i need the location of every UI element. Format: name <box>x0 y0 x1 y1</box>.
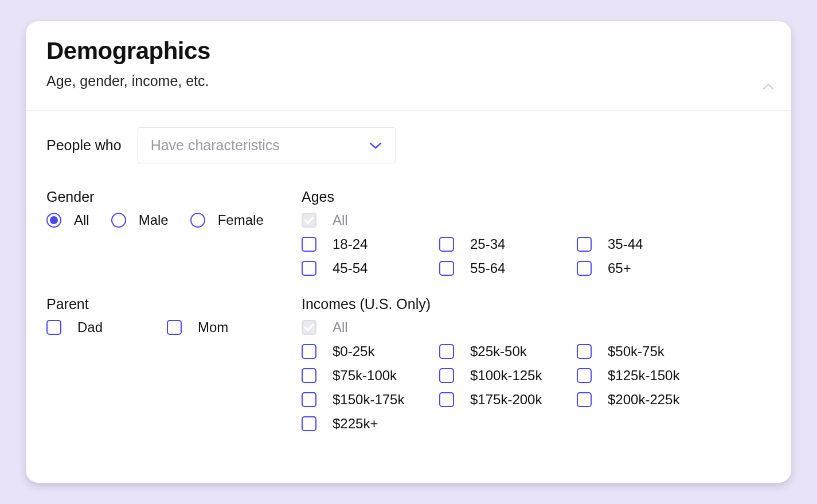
ages-item: 45-54 <box>302 260 439 276</box>
incomes-checkbox[interactable] <box>302 416 316 431</box>
select-placeholder: Have characteristics <box>151 137 280 154</box>
card-body: People who Have characteristics Gender A… <box>26 111 791 452</box>
checkbox-label: Dad <box>77 319 103 335</box>
checkbox-label: $50k-75k <box>608 343 664 360</box>
ages-item: 35-44 <box>577 236 714 252</box>
gender-section-label: Gender <box>46 189 302 205</box>
ages-checkbox-all <box>302 213 316 228</box>
checkbox-label: 45-54 <box>333 260 368 276</box>
checkbox-label: Mom <box>198 319 228 335</box>
card-header: Demographics Age, gender, income, etc. <box>26 21 791 111</box>
checkbox-label: 25-34 <box>470 236 505 252</box>
gender-radio-label: All <box>74 212 89 228</box>
gender-radio-group: All Male Female <box>46 212 302 228</box>
incomes-checkbox[interactable] <box>439 368 454 383</box>
parent-item: Dad <box>46 319 167 335</box>
ages-item: 65+ <box>577 260 714 276</box>
incomes-checkbox-all <box>302 320 316 335</box>
checkbox-label: All <box>333 212 348 228</box>
incomes-checkbox[interactable] <box>302 368 316 383</box>
parent-checkbox-dad[interactable] <box>46 320 61 335</box>
parent-item: Mom <box>167 319 287 335</box>
ages-section-label: Ages <box>302 189 771 205</box>
incomes-item: $225k+ <box>302 416 439 432</box>
ages-checkbox[interactable] <box>439 237 454 252</box>
gender-section: Gender All Male Female <box>46 189 302 276</box>
gender-radio-female[interactable] <box>190 213 205 228</box>
incomes-checkbox[interactable] <box>577 344 592 359</box>
incomes-checkbox[interactable] <box>302 344 316 359</box>
incomes-checkbox[interactable] <box>302 392 316 407</box>
incomes-section-label: Incomes (U.S. Only) <box>302 296 771 312</box>
checkbox-label: $225k+ <box>333 416 378 432</box>
checkbox-label: $175k-200k <box>470 392 542 408</box>
incomes-item: $25k-50k <box>439 343 577 360</box>
card-title: Demographics <box>46 37 771 65</box>
incomes-item: $0-25k <box>302 343 439 360</box>
parent-section-label: Parent <box>46 296 302 312</box>
ages-all-item: All <box>302 212 714 228</box>
incomes-all-item: All <box>302 319 714 335</box>
ages-checkbox[interactable] <box>302 237 316 252</box>
card-subtitle: Age, gender, income, etc. <box>46 73 771 89</box>
ages-item: 18-24 <box>302 236 439 252</box>
checkbox-label: 55-64 <box>470 260 505 276</box>
incomes-item: $125k-150k <box>577 368 714 384</box>
ages-item: 55-64 <box>439 260 577 276</box>
checkbox-label: 18-24 <box>333 236 368 252</box>
demographics-card: Demographics Age, gender, income, etc. P… <box>26 21 791 483</box>
parent-checkbox-mom[interactable] <box>167 320 182 335</box>
incomes-checkbox[interactable] <box>439 344 454 359</box>
gender-radio-label: Female <box>218 212 264 228</box>
checkbox-label: $0-25k <box>333 343 374 360</box>
incomes-item: $175k-200k <box>439 392 577 408</box>
checkbox-label: $200k-225k <box>608 392 679 408</box>
gender-radio-label: Male <box>139 212 169 228</box>
incomes-item: $150k-175k <box>302 392 439 408</box>
gender-radio-male[interactable] <box>111 213 126 228</box>
incomes-checkbox[interactable] <box>577 368 592 383</box>
incomes-item: $50k-75k <box>577 343 714 360</box>
ages-checkbox[interactable] <box>577 261 592 276</box>
characteristics-select[interactable]: Have characteristics <box>138 127 396 163</box>
incomes-section: Incomes (U.S. Only) All $0-25k $2 <box>302 296 771 432</box>
checkbox-label: All <box>333 319 348 335</box>
filter-row: People who Have characteristics <box>46 127 771 163</box>
checkbox-label: 65+ <box>608 260 631 276</box>
incomes-checkbox[interactable] <box>577 392 592 407</box>
checkbox-label: $75k-100k <box>333 368 397 384</box>
parent-section: Parent Dad Mom <box>46 296 302 432</box>
filter-label: People who <box>46 137 122 154</box>
ages-checkbox[interactable] <box>577 237 592 252</box>
ages-item: 25-34 <box>439 236 577 252</box>
incomes-checkbox[interactable] <box>439 392 454 407</box>
gender-radio-all[interactable] <box>46 213 61 228</box>
collapse-toggle[interactable] <box>763 83 774 90</box>
chevron-up-icon <box>763 83 774 90</box>
ages-section: Ages All 18-24 25-34 <box>302 189 771 276</box>
ages-checkbox[interactable] <box>302 261 316 276</box>
incomes-item: $75k-100k <box>302 368 439 384</box>
ages-checkbox[interactable] <box>439 261 454 276</box>
checkbox-label: 35-44 <box>608 236 643 252</box>
incomes-item: $200k-225k <box>577 392 714 408</box>
checkbox-label: $25k-50k <box>470 343 527 360</box>
incomes-item: $100k-125k <box>439 368 577 384</box>
chevron-down-icon <box>369 142 382 150</box>
checkbox-label: $100k-125k <box>470 368 542 384</box>
checkbox-label: $150k-175k <box>333 392 404 408</box>
checkbox-label: $125k-150k <box>608 368 679 384</box>
